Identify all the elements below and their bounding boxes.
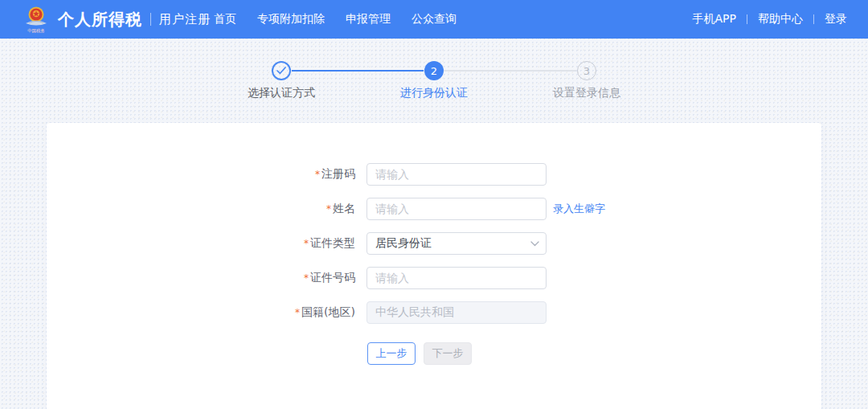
field-control	[366, 301, 547, 324]
registration-stepper: 2 3 选择认证方式 进行身份认证 设置登录信息	[272, 61, 596, 96]
field-label-text: 证件号码	[310, 271, 355, 284]
field-label: *证件号码	[47, 271, 366, 285]
step-1-label: 选择认证方式	[248, 86, 315, 100]
step-3-marker: 3	[577, 61, 596, 80]
form-row-id-type: *证件类型 居民身份证	[47, 232, 821, 255]
required-mark: *	[304, 272, 309, 284]
nationality-input	[366, 301, 547, 324]
field-label-text: 国籍(地区)	[301, 305, 355, 318]
required-mark: *	[315, 169, 320, 180]
field-label: *国籍(地区)	[47, 305, 366, 320]
page-subtitle: 用户注册	[159, 12, 211, 27]
nav-item-public-inquiry[interactable]: 公众查询	[411, 12, 457, 27]
field-label: *注册码	[47, 167, 366, 182]
identity-verification-card: *注册码 *姓名 录入生僻字 *证件类型 居民身份证	[47, 123, 821, 409]
brand: 中国税务 个人所得税 用户注册	[21, 6, 211, 33]
stepper-connector-done	[292, 70, 424, 72]
name-input[interactable]	[366, 198, 547, 220]
id-number-input[interactable]	[366, 267, 547, 289]
app-title: 个人所得税	[58, 9, 142, 31]
chevron-down-icon	[530, 241, 539, 247]
next-step-button[interactable]: 下一步	[424, 342, 472, 365]
field-label-text: 姓名	[333, 202, 355, 215]
top-navbar: 中国税务 个人所得税 用户注册 首页 专项附加扣除 申报管理 公众查询 手机AP…	[0, 0, 868, 39]
step-3-label: 设置登录信息	[553, 86, 620, 100]
check-icon	[276, 67, 286, 75]
required-mark: *	[295, 307, 300, 318]
id-type-selected-value: 居民身份证	[375, 236, 432, 251]
login-link[interactable]: 登录	[825, 12, 847, 27]
form-buttons: 上一步 下一步	[367, 342, 821, 365]
field-label-text: 注册码	[321, 167, 355, 180]
registration-code-input[interactable]	[366, 163, 547, 186]
nav-item-special-deductions[interactable]: 专项附加扣除	[257, 12, 325, 27]
required-mark: *	[304, 238, 309, 249]
field-control	[366, 163, 547, 186]
header-divider	[747, 14, 747, 24]
previous-step-button[interactable]: 上一步	[367, 342, 416, 365]
form-row-id-number: *证件号码	[47, 267, 821, 289]
step-3-number: 3	[583, 65, 590, 77]
brand-divider	[150, 13, 151, 26]
help-center-link[interactable]: 帮助中心	[758, 12, 803, 27]
step-2-label: 进行身份认证	[400, 86, 468, 100]
step-1-marker	[272, 61, 291, 80]
field-label: *姓名	[47, 202, 366, 216]
field-control	[366, 198, 547, 220]
tax-emblem-logo: 中国税务	[21, 6, 51, 33]
nav-item-home[interactable]: 首页	[214, 12, 236, 27]
identity-form: *注册码 *姓名 录入生僻字 *证件类型 居民身份证	[47, 123, 821, 365]
stepper-connector-pending	[444, 70, 576, 72]
field-control: 居民身份证	[366, 232, 547, 255]
form-row-registration-code: *注册码	[47, 163, 821, 186]
nav-item-declaration-management[interactable]: 申报管理	[346, 12, 391, 27]
logo-caption: 中国税务	[27, 28, 45, 32]
field-label-text: 证件类型	[310, 236, 355, 249]
step-2-number: 2	[431, 65, 437, 77]
main-nav: 首页 专项附加扣除 申报管理 公众查询	[214, 0, 457, 39]
header-actions: 手机APP 帮助中心 登录	[693, 0, 847, 39]
national-emblem-icon	[24, 6, 48, 28]
field-control	[366, 267, 547, 289]
id-type-select[interactable]: 居民身份证	[366, 232, 547, 255]
required-mark: *	[326, 203, 331, 215]
field-label: *证件类型	[47, 236, 366, 251]
form-row-nationality: *国籍(地区)	[47, 301, 821, 324]
mobile-app-link[interactable]: 手机APP	[693, 12, 736, 27]
form-row-name: *姓名 录入生僻字	[47, 198, 821, 220]
step-2-marker: 2	[424, 61, 444, 80]
rare-character-entry-link[interactable]: 录入生僻字	[553, 202, 605, 216]
header-divider	[813, 14, 814, 24]
